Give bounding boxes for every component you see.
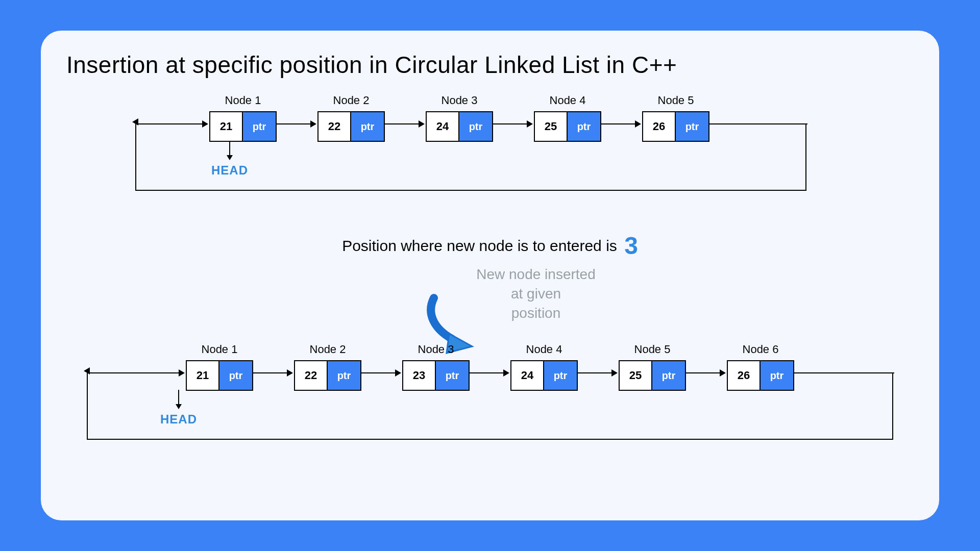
node-label: Node 3 [442,94,478,107]
insert-position-value: 3 [624,232,638,259]
link-arrow [87,372,184,373]
node-label: Node 2 [333,94,370,107]
position-caption: Position where new node is to entered is… [66,232,914,260]
node-label: Node 4 [526,343,562,356]
link-arrow [135,123,207,124]
link-arrow [493,123,532,124]
link-arrow [277,123,315,124]
link-arrow [361,372,400,373]
link-arrow [686,372,725,373]
diagram-canvas: Insertion at specific position in Circul… [41,31,939,520]
node-label: Node 5 [658,94,694,107]
head-marker-after: HEAD [160,390,197,427]
list-before: Node 121ptrNode 222ptrNode 324ptrNode 42… [66,94,914,206]
head-marker-before: HEAD [211,141,248,178]
link-arrow [794,372,894,373]
circular-link-after [87,373,893,440]
insert-note: New node inserted at given position [112,265,960,322]
node-label: Node 5 [634,343,671,356]
node-label: Node 6 [743,343,779,356]
link-arrow [470,372,508,373]
node-label: Node 2 [310,343,346,356]
node-label: Node 1 [202,343,238,356]
diagram-area: Node 121ptrNode 222ptrNode 324ptrNode 42… [66,94,914,455]
link-arrow [385,123,424,124]
node-label: Node 1 [225,94,261,107]
link-arrow [578,372,617,373]
link-arrow [709,123,807,124]
node-label: Node 4 [550,94,586,107]
list-after: Node 121ptrNode 222ptrNode 323ptrNode 42… [66,343,914,455]
node-label: Node 3 [418,343,454,356]
page-title: Insertion at specific position in Circul… [66,51,914,79]
link-arrow [253,372,292,373]
link-arrow [601,123,640,124]
